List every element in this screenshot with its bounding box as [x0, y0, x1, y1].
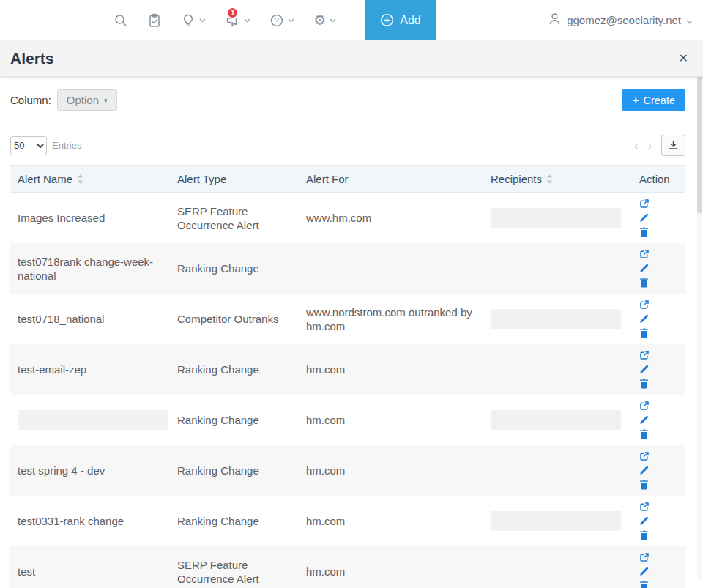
redacted-alert-name: [18, 410, 168, 430]
cell-action: [622, 395, 685, 445]
cell-action: [622, 243, 685, 294]
delete-alert-icon[interactable]: [639, 378, 649, 389]
alerts-table: Alert Name Alert Type Alert For Recipien…: [10, 165, 685, 588]
edit-alert-icon[interactable]: [639, 516, 650, 526]
insights-menu[interactable]: [181, 13, 206, 28]
cell-recipients: [483, 395, 622, 445]
account-email: ggomez@seoclarity.net: [567, 14, 681, 26]
col-header-recipients[interactable]: Recipients: [483, 166, 622, 193]
edit-alert-icon[interactable]: [639, 414, 650, 425]
gear-icon: ⚙: [313, 13, 326, 27]
cell-recipients: [483, 294, 622, 344]
cell-alert-for: [299, 243, 483, 294]
edit-alert-icon[interactable]: [639, 364, 650, 374]
create-button[interactable]: + Create: [622, 89, 685, 111]
open-alert-icon[interactable]: [639, 451, 650, 461]
open-alert-icon[interactable]: [639, 552, 650, 562]
table-row: test SERP Feature Occurrence Alert hm.co…: [10, 546, 685, 588]
download-button[interactable]: [661, 135, 685, 156]
chevron-down-icon: [244, 18, 250, 23]
chevron-down-icon: [330, 18, 336, 23]
col-header-alert-name[interactable]: Alert Name: [10, 166, 170, 193]
col-header-label: Alert For: [306, 173, 349, 185]
tasks-icon[interactable]: [147, 13, 162, 28]
cell-alert-name: test-email-zep: [10, 344, 170, 395]
open-alert-icon[interactable]: [639, 502, 650, 512]
cell-action: [622, 546, 685, 588]
table-row: test0718rank change-week-national Rankin…: [10, 243, 685, 294]
alerts-panel: Column: Option ▾ + Create 50 Entries ‹ ›: [0, 77, 703, 588]
settings-menu[interactable]: ⚙: [313, 13, 336, 27]
announcements-menu[interactable]: 1: [225, 13, 250, 28]
table-header-row: Alert Name Alert Type Alert For Recipien…: [10, 166, 685, 193]
create-button-label: Create: [643, 94, 675, 106]
cell-alert-type: SERP Feature Occurrence Alert: [170, 546, 299, 588]
col-header-alert-type[interactable]: Alert Type: [170, 166, 299, 193]
edit-alert-icon[interactable]: [639, 566, 650, 576]
help-icon: ?: [269, 13, 284, 28]
page-size-select[interactable]: 50: [10, 136, 47, 155]
delete-alert-icon[interactable]: [639, 327, 649, 338]
lightbulb-icon: [181, 13, 196, 28]
open-alert-icon[interactable]: [639, 401, 650, 411]
col-header-label: Alert Type: [177, 173, 226, 185]
column-option-dropdown[interactable]: Option ▾: [57, 89, 117, 111]
toolbar: Column: Option ▾ + Create: [10, 89, 685, 111]
next-page-arrow[interactable]: ›: [648, 140, 652, 152]
notification-badge: 1: [226, 7, 239, 19]
cell-alert-for: hm.com: [299, 344, 483, 395]
page-title: Alerts: [10, 50, 54, 67]
cell-recipients: [483, 496, 622, 546]
cell-recipients: [483, 344, 622, 395]
col-header-alert-for[interactable]: Alert For: [299, 166, 483, 193]
table-row: test-email-zep Ranking Change hm.com: [10, 344, 685, 395]
delete-alert-icon[interactable]: [639, 277, 649, 288]
open-alert-icon[interactable]: [639, 249, 650, 259]
cell-recipients: [483, 193, 622, 244]
cell-alert-for: www.hm.com: [299, 193, 483, 244]
open-alert-icon[interactable]: [639, 198, 650, 209]
help-menu[interactable]: ?: [269, 13, 294, 28]
add-button[interactable]: Add: [365, 0, 435, 40]
scrollbar-track[interactable]: [697, 42, 702, 581]
table-row: test0718_national Competitor Outranks ww…: [10, 294, 685, 344]
delete-alert-icon[interactable]: [639, 580, 649, 588]
cell-action: [622, 445, 685, 496]
open-alert-icon[interactable]: [639, 350, 650, 360]
chevron-down-icon: [686, 14, 693, 27]
edit-alert-icon[interactable]: [639, 212, 650, 223]
chevron-down-icon: [199, 18, 206, 23]
col-header-label: Recipients: [491, 173, 542, 185]
cell-alert-name: test: [10, 546, 170, 588]
cell-alert-name: test0718rank change-week-national: [10, 243, 170, 294]
account-menu[interactable]: ggomez@seoclarity.net: [548, 0, 693, 40]
cell-action: [622, 496, 685, 546]
delete-alert-icon[interactable]: [639, 529, 649, 540]
prev-page-arrow[interactable]: ‹: [634, 140, 638, 152]
edit-alert-icon[interactable]: [639, 263, 650, 273]
cell-alert-name: [10, 395, 170, 445]
panel-header: Alerts ✕: [0, 40, 703, 77]
close-icon[interactable]: ✕: [679, 53, 688, 64]
chevron-down-icon: [288, 18, 294, 23]
open-alert-icon[interactable]: [639, 299, 650, 310]
cell-alert-type: Competitor Outranks: [170, 294, 299, 344]
delete-alert-icon[interactable]: [639, 226, 649, 237]
cell-alert-type: Ranking Change: [170, 445, 299, 496]
alerts-table-body: Images Increased SERP Feature Occurrence…: [10, 193, 685, 588]
search-icon[interactable]: [114, 13, 128, 28]
delete-alert-icon[interactable]: [639, 479, 649, 490]
redacted-recipients: [491, 309, 621, 329]
edit-alert-icon[interactable]: [639, 465, 650, 475]
edit-alert-icon[interactable]: [639, 313, 650, 324]
redacted-recipients: [491, 511, 621, 531]
cell-alert-name: test spring 4 - dev: [10, 445, 170, 496]
plus-circle-icon: [380, 13, 394, 27]
cell-alert-for: hm.com: [299, 496, 483, 546]
sort-icon: [77, 174, 83, 184]
megaphone-icon: 1: [225, 13, 240, 28]
sort-icon: [546, 174, 553, 184]
table-row: Images Increased SERP Feature Occurrence…: [10, 193, 685, 244]
delete-alert-icon[interactable]: [639, 428, 649, 439]
table-row: test spring 4 - dev Ranking Change hm.co…: [10, 445, 685, 496]
